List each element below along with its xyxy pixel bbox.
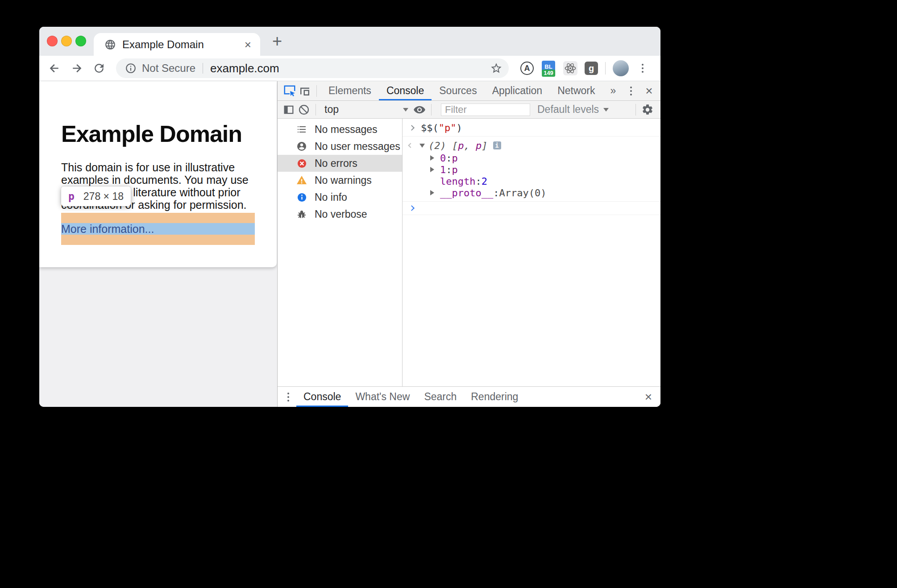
reload-button[interactable] — [92, 61, 106, 75]
drawer-menu-icon[interactable] — [280, 396, 296, 398]
sidebar-item-messages[interactable]: No messages — [278, 121, 402, 138]
extension-a-icon[interactable]: A — [520, 62, 534, 75]
tab-label: Console — [386, 85, 424, 97]
sidebar-item-label: No user messages — [315, 141, 400, 153]
tree-row-1[interactable]: 1: p — [403, 164, 660, 175]
colon: : — [475, 176, 481, 187]
levels-label: Default levels — [537, 104, 599, 116]
drawer-tab-whats-new[interactable]: What's New — [348, 387, 417, 407]
tree-row-length[interactable]: length: 2 — [403, 175, 660, 187]
expand-triangle-icon[interactable] — [430, 190, 434, 195]
array-item: p — [458, 140, 464, 151]
property-key: 0 — [440, 153, 446, 164]
devtools-menu-icon[interactable] — [623, 83, 639, 99]
extension-bl-badge: 149 — [542, 70, 555, 77]
messages-list-icon — [296, 124, 307, 135]
drawer-tab-console[interactable]: Console — [296, 387, 348, 407]
devtools-close-icon[interactable]: × — [641, 83, 656, 99]
sidebar-item-errors[interactable]: No errors — [278, 155, 402, 172]
extension-react-icon[interactable] — [563, 61, 577, 75]
console-command-row[interactable]: $$("p") — [403, 120, 660, 137]
highlight-content-box: More information... — [61, 223, 255, 235]
property-key: 1 — [440, 164, 446, 175]
drawer-close-icon[interactable]: × — [641, 389, 656, 405]
console-result-row[interactable]: (2) [p, p] i 0: p 1: p length: 2 — [403, 137, 660, 202]
devtools-tab-bar: Elements Console Sources Application Net… — [278, 81, 660, 101]
property-key: __proto__ — [440, 187, 493, 199]
url-text[interactable]: example.com — [210, 62, 279, 75]
live-expression-eye-icon[interactable] — [412, 102, 427, 117]
tree-row-0[interactable]: 0: p — [403, 152, 660, 164]
sidebar-item-verbose[interactable]: No verbose — [278, 206, 402, 223]
more-tabs-button[interactable]: » — [603, 81, 624, 100]
devtools-tab-sources[interactable]: Sources — [432, 81, 484, 100]
bracket: ] — [482, 140, 487, 151]
array-preview: (2) [p, p] — [428, 140, 488, 151]
inspect-element-icon[interactable] — [282, 83, 297, 99]
property-value: Array(0) — [499, 187, 546, 199]
extension-g-label: g — [589, 63, 594, 74]
browser-menu-icon[interactable] — [636, 61, 649, 75]
paragraph-line: This domain is for use in illustrative — [61, 161, 249, 174]
back-button[interactable] — [47, 61, 62, 75]
user-icon — [296, 141, 307, 152]
sidebar-item-user-messages[interactable]: No user messages — [278, 138, 402, 155]
sidebar-item-label: No warnings — [315, 174, 372, 186]
devtools-drawer: Console What's New Search Rendering × — [278, 386, 660, 407]
devtools-tab-console[interactable]: Console — [379, 81, 432, 100]
extension-bl-icon[interactable]: BL 149 — [541, 61, 556, 76]
device-toolbar-icon[interactable] — [297, 83, 312, 99]
forward-button[interactable] — [70, 61, 84, 75]
drawer-tab-label: Rendering — [471, 391, 518, 403]
new-tab-button[interactable]: + — [268, 31, 287, 51]
colon: : — [493, 187, 499, 199]
minimize-window-button[interactable] — [61, 36, 72, 46]
property-value: p — [452, 153, 458, 164]
toolbar-separator — [316, 85, 317, 97]
console-toolbar: top Filter Default levels — [278, 101, 660, 119]
browser-toolbar: Not Secure example.com A BL 149 g — [39, 56, 660, 81]
toolbar-separator — [316, 104, 316, 116]
drawer-tab-rendering[interactable]: Rendering — [464, 387, 525, 407]
expand-triangle-icon[interactable] — [430, 155, 434, 161]
info-badge-icon[interactable]: i — [493, 141, 501, 149]
extension-g-icon[interactable]: g — [585, 62, 598, 75]
clear-console-icon[interactable] — [296, 102, 311, 117]
browser-tab[interactable]: Example Domain × — [94, 33, 260, 56]
console-prompt[interactable] — [403, 202, 660, 215]
site-info-icon[interactable] — [125, 62, 137, 74]
tooltip-tag-name: p — [68, 190, 75, 202]
console-output[interactable]: $$("p") (2) [p, p] i 0: p — [403, 119, 660, 386]
tab-close-icon[interactable]: × — [245, 39, 251, 50]
sidebar-item-label: No verbose — [315, 208, 367, 220]
expand-triangle-icon[interactable] — [430, 167, 434, 172]
globe-icon — [104, 39, 116, 50]
profile-avatar[interactable] — [613, 60, 629, 76]
array-count: (2) — [428, 140, 446, 151]
toolbar-divider — [605, 62, 606, 75]
colon: : — [446, 164, 452, 175]
sidebar-item-warnings[interactable]: No warnings — [278, 172, 402, 189]
address-bar[interactable]: Not Secure example.com — [116, 58, 509, 78]
bookmark-star-icon[interactable] — [490, 62, 502, 75]
console-filter-input[interactable]: Filter — [441, 104, 530, 116]
bracket: [ — [446, 140, 458, 151]
log-levels-dropdown[interactable]: Default levels — [537, 104, 609, 116]
close-window-button[interactable] — [47, 36, 58, 46]
devtools-tab-network[interactable]: Network — [550, 81, 602, 100]
maximize-window-button[interactable] — [75, 36, 86, 46]
tree-row-proto[interactable]: __proto__: Array(0) — [403, 187, 660, 199]
console-settings-gear-icon[interactable] — [640, 102, 655, 117]
drawer-tab-search[interactable]: Search — [417, 387, 464, 407]
console-sidebar-toggle-icon[interactable] — [281, 102, 296, 117]
execution-context-selector[interactable]: top — [324, 104, 412, 116]
devtools-tab-elements[interactable]: Elements — [321, 81, 379, 100]
command-code: ) — [457, 122, 462, 133]
property-key: length — [440, 176, 475, 187]
paragraph-line: examples in documents. You may use — [61, 174, 249, 186]
sidebar-item-info[interactable]: No info — [278, 189, 402, 206]
colon: : — [446, 153, 452, 164]
devtools-tab-application[interactable]: Application — [485, 81, 550, 100]
more-information-link[interactable]: More information... — [61, 223, 154, 236]
collapse-triangle-icon[interactable] — [419, 144, 425, 148]
